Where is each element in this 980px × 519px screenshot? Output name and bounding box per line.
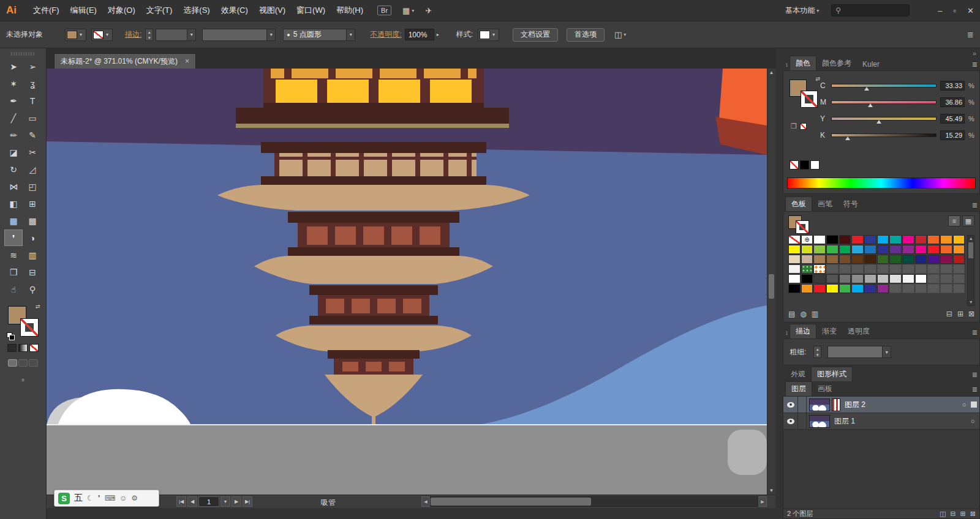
swatch[interactable] [851, 255, 864, 264]
arrange-documents-icon[interactable]: ▦▾ [402, 6, 414, 15]
swatch[interactable] [902, 274, 914, 283]
new-layer-icon[interactable]: ⊞ [960, 510, 966, 518]
swatch[interactable] [839, 274, 851, 283]
opacity-link[interactable]: 不透明度: [370, 29, 401, 40]
swatch[interactable] [927, 255, 940, 264]
channel-slider[interactable] [831, 84, 937, 88]
swatch[interactable] [839, 255, 851, 264]
swatches-stroke-box[interactable] [796, 220, 809, 234]
stroke-tab-1[interactable]: 渐变 [816, 324, 842, 338]
grid-view-button[interactable]: ▦ [962, 215, 974, 226]
menu-item-8[interactable]: 帮助(H) [331, 2, 369, 18]
swatch[interactable] [788, 245, 801, 254]
swatch[interactable] [889, 274, 902, 283]
draw-inside-button[interactable] [29, 359, 38, 367]
swatch[interactable] [839, 284, 851, 293]
swatch[interactable] [877, 274, 889, 283]
fill-stroke-control[interactable]: ⇄ [7, 305, 40, 338]
swatch-registration[interactable]: ⊕ [801, 235, 813, 244]
swatch[interactable] [813, 245, 826, 254]
restore-button[interactable]: ▫ [953, 6, 956, 15]
tool-mesh-icon[interactable]: ▦ [4, 212, 23, 229]
black-swatch[interactable] [800, 160, 809, 170]
slider-thumb[interactable] [868, 103, 873, 107]
tools-icon[interactable]: ⚙ [131, 494, 138, 502]
swatches-fill-stroke[interactable] [788, 215, 813, 234]
channel-value[interactable]: 33.33 [940, 81, 965, 91]
menu-item-5[interactable]: 效果(C) [216, 2, 254, 18]
tool-free-transform-icon[interactable]: ◰ [23, 178, 42, 195]
swatch[interactable] [915, 235, 927, 244]
stroke-color-dropdown[interactable]: ▾ [91, 29, 113, 41]
ime-toolbar[interactable]: S 五 ☾❜⌨☺⚙ [54, 490, 159, 507]
gamut-warning[interactable]: ❒ [791, 122, 807, 130]
stroke-tab-2[interactable]: 透明度 [842, 324, 875, 338]
tool-selection-icon[interactable]: ➤ [4, 58, 23, 75]
visibility-toggle[interactable] [783, 397, 798, 413]
warning-swatch[interactable] [800, 123, 807, 130]
scroll-right-icon[interactable]: ▶ [758, 496, 767, 507]
slider-thumb[interactable] [864, 87, 869, 91]
scroll-up-icon[interactable]: ▲ [767, 69, 775, 77]
color-tab-0[interactable]: 颜色 [790, 56, 816, 70]
swatch[interactable] [813, 274, 826, 283]
menu-item-7[interactable]: 窗口(W) [291, 2, 331, 18]
preferences-button[interactable]: 首选项 [567, 28, 605, 42]
swatch[interactable] [813, 284, 826, 293]
stroke-panel-menu-icon[interactable]: ≣ [972, 329, 978, 337]
tool-artboard-icon[interactable]: ❒ [4, 264, 23, 280]
swatch[interactable] [902, 235, 914, 244]
channel-value[interactable]: 45.49 [940, 114, 965, 124]
tab-close-icon[interactable]: × [185, 57, 189, 65]
list-view-button[interactable]: ≡ [948, 215, 960, 226]
swatch[interactable] [788, 264, 801, 274]
share-icon[interactable]: ✈ [425, 6, 432, 15]
orange-building[interactable] [715, 69, 767, 155]
slider-thumb[interactable] [845, 136, 850, 140]
slider-thumb[interactable] [876, 120, 881, 124]
layer-row[interactable]: 图层 2○ [783, 397, 979, 413]
lock-cell[interactable] [798, 397, 807, 413]
fill-color-dropdown[interactable]: ▾ [65, 29, 86, 41]
menu-item-1[interactable]: 编辑(E) [65, 2, 102, 18]
tool-pen-icon[interactable]: ✒ [4, 92, 23, 109]
tool-shape-builder-icon[interactable]: ◧ [4, 195, 23, 212]
dock-collapse-icon[interactable]: » [973, 50, 976, 57]
menu-item-6[interactable]: 视图(V) [254, 2, 291, 18]
swatch-kinds-icon[interactable]: ▥ [812, 310, 818, 318]
panel-collapse-icon[interactable]: ↕ [785, 61, 788, 68]
swatch[interactable] [813, 235, 826, 244]
tool-symbol-sprayer-icon[interactable]: ≋ [4, 247, 23, 263]
appearance-tab-1[interactable]: 图形样式 [811, 367, 853, 381]
swatch[interactable] [915, 255, 927, 264]
swatch[interactable] [851, 284, 864, 293]
swatch[interactable] [864, 284, 876, 293]
panel-toggle-icon[interactable]: ◫▾ [614, 30, 626, 39]
swatch[interactable] [851, 274, 864, 283]
swatch-libraries-icon[interactable]: ▤ [788, 310, 795, 318]
tool-slice-icon[interactable]: ⊟ [23, 264, 42, 280]
swatch[interactable] [826, 235, 839, 244]
swatch[interactable] [877, 235, 889, 244]
swatch[interactable] [940, 235, 952, 244]
horizontal-scroll-track[interactable] [430, 496, 758, 507]
appearance-panel-menu-icon[interactable]: ≣ [972, 371, 978, 379]
weight-stepper[interactable]: ▴▾ [813, 346, 821, 358]
swatches-panel-menu-icon[interactable]: ≣ [972, 201, 978, 209]
swatch[interactable] [864, 255, 876, 264]
layer-row[interactable]: 图层 1○ [783, 413, 979, 430]
menu-item-0[interactable]: 文件(F) [28, 2, 65, 18]
tool-type-icon[interactable]: T [23, 92, 42, 109]
draw-behind-button[interactable] [18, 359, 28, 367]
swatch[interactable] [940, 245, 952, 254]
make-clipping-mask-icon[interactable]: ◫ [940, 510, 946, 518]
swatch[interactable] [801, 245, 813, 254]
swatch[interactable] [889, 245, 902, 254]
visibility-toggle[interactable] [783, 413, 798, 429]
channel-slider[interactable] [831, 117, 937, 121]
next-artboard[interactable]: ▶ [232, 496, 241, 507]
ime-mode-label[interactable]: 五 [74, 493, 83, 504]
keyboard-icon[interactable]: ⌨ [105, 494, 115, 502]
layers-panel-menu-icon[interactable]: ≣ [972, 386, 978, 394]
swatch[interactable] [839, 235, 851, 244]
